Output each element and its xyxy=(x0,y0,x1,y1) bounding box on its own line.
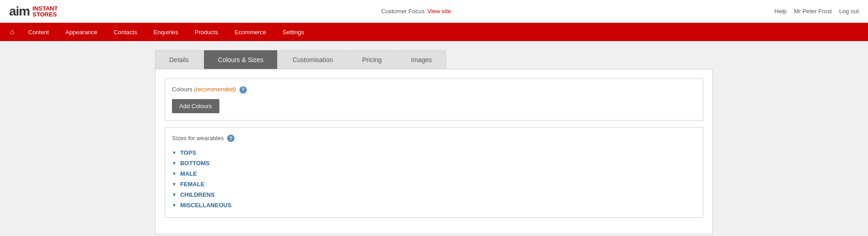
top-bar-center: Customer Focus View site xyxy=(381,8,451,15)
arrow-icon-childrens: ▼ xyxy=(172,192,177,197)
view-site-link[interactable]: View site xyxy=(427,8,451,15)
nav-item-enquiries[interactable]: Enquiries xyxy=(146,23,187,41)
size-item-miscellaneous[interactable]: ▼ MISCELLANEOUS xyxy=(172,200,696,210)
size-label-childrens: CHILDRENS xyxy=(180,191,215,198)
size-label-male: MALE xyxy=(180,170,197,177)
colours-section: Colours (recommended) ? Add Colours xyxy=(165,79,703,121)
logo-stores-text: STORES xyxy=(32,11,57,17)
top-bar: aim INSTANT STORES Customer Focus View s… xyxy=(0,0,868,23)
nav-home-button[interactable]: ⌂ xyxy=(5,24,20,40)
nav-item-settings[interactable]: Settings xyxy=(275,23,312,41)
size-label-tops: TOPS xyxy=(180,149,196,156)
size-label-bottoms: BOTTOMS xyxy=(180,160,210,167)
size-item-bottoms[interactable]: ▼ BOTTOMS xyxy=(172,158,696,168)
logo-area: aim INSTANT STORES xyxy=(9,4,58,19)
colours-label: Colours xyxy=(172,86,192,93)
arrow-icon-male: ▼ xyxy=(172,171,177,176)
tab-pricing[interactable]: Pricing xyxy=(348,50,396,69)
colours-help-icon[interactable]: ? xyxy=(239,86,247,94)
size-item-male[interactable]: ▼ MALE xyxy=(172,168,696,179)
customer-focus-label: Customer Focus xyxy=(381,8,425,15)
tab-colours-sizes[interactable]: Colours & Sizes xyxy=(204,50,278,69)
colours-section-title: Colours (recommended) ? xyxy=(172,86,696,94)
size-item-childrens[interactable]: ▼ CHILDRENS xyxy=(172,189,696,200)
colours-recommended: (recommended) xyxy=(194,86,236,93)
nav-bar: ⌂ Content Appearance Contacts Enquiries … xyxy=(0,23,868,41)
nav-item-ecommerce[interactable]: Ecommerce xyxy=(226,23,274,41)
size-item-tops[interactable]: ▼ TOPS xyxy=(172,147,696,158)
nav-item-content[interactable]: Content xyxy=(20,23,57,41)
logo-aim: aim xyxy=(9,4,30,19)
sizes-list: ▼ TOPS ▼ BOTTOMS ▼ MALE ▼ FEMALE ▼ CHI xyxy=(172,147,696,210)
sizes-help-icon[interactable]: ? xyxy=(227,135,234,142)
sizes-label: Sizes for wearables xyxy=(172,135,223,142)
tab-details[interactable]: Details xyxy=(155,50,203,69)
tab-images[interactable]: Images xyxy=(397,50,446,69)
logout-link[interactable]: Log out xyxy=(839,8,859,15)
top-bar-right: Help Mr Peter Frost Log out xyxy=(774,8,859,15)
size-label-miscellaneous: MISCELLANEOUS xyxy=(180,202,232,209)
nav-item-contacts[interactable]: Contacts xyxy=(105,23,145,41)
sizes-section: Sizes for wearables ? ▼ TOPS ▼ BOTTOMS ▼… xyxy=(165,127,703,218)
tab-bar: Details Colours & Sizes Customisation Pr… xyxy=(155,50,713,69)
help-link[interactable]: Help xyxy=(774,8,787,15)
add-colours-button[interactable]: Add Colours xyxy=(172,99,219,113)
size-label-female: FEMALE xyxy=(180,181,204,188)
user-name: Mr Peter Frost xyxy=(794,8,832,15)
arrow-icon-miscellaneous: ▼ xyxy=(172,203,177,208)
main-content: Details Colours & Sizes Customisation Pr… xyxy=(0,41,868,236)
arrow-icon-bottoms: ▼ xyxy=(172,161,177,166)
nav-item-products[interactable]: Products xyxy=(187,23,226,41)
sizes-section-title: Sizes for wearables ? xyxy=(172,135,696,142)
logo-instant-text: INSTANT xyxy=(32,5,57,11)
size-item-female[interactable]: ▼ FEMALE xyxy=(172,179,696,189)
tab-content: Colours (recommended) ? Add Colours Size… xyxy=(155,69,713,234)
logo-instant: INSTANT STORES xyxy=(32,5,57,17)
tab-customisation[interactable]: Customisation xyxy=(278,50,347,69)
arrow-icon-female: ▼ xyxy=(172,182,177,187)
nav-item-appearance[interactable]: Appearance xyxy=(57,23,105,41)
arrow-icon-tops: ▼ xyxy=(172,150,177,155)
